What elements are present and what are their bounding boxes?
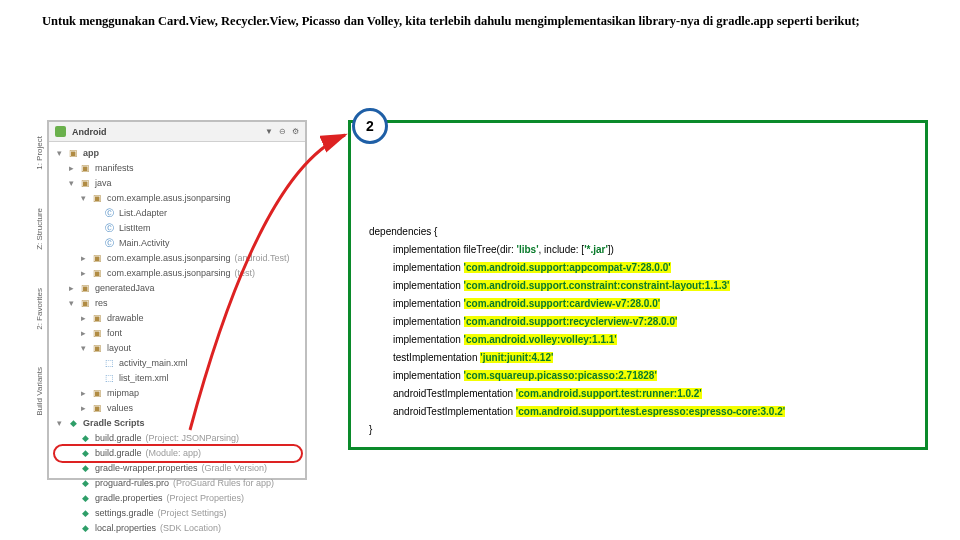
tree-generated-java[interactable]: ▸▣generatedJava [55, 281, 301, 296]
gradle-file-icon: ◆ [79, 433, 91, 445]
package-icon: ▣ [91, 253, 103, 265]
gradle-icon: ◆ [67, 418, 79, 430]
project-tree: ▾▣app ▸▣manifests ▾▣java ▾▣com.example.a… [49, 142, 305, 540]
folder-icon: ▣ [91, 313, 103, 325]
gradle-file-icon: ◆ [79, 463, 91, 475]
panel-header-title: Android [72, 127, 259, 137]
code-line: testImplementation 'junit:junit:4.12' [369, 349, 911, 367]
tree-list-item[interactable]: ⬚list_item.xml [55, 371, 301, 386]
tree-drawable[interactable]: ▸▣drawable [55, 311, 301, 326]
code-line: implementation fileTree(dir: 'libs', inc… [369, 241, 911, 259]
tree-class-listadapter[interactable]: ⒸList.Adapter [55, 206, 301, 221]
folder-icon: ▣ [91, 388, 103, 400]
tree-pkg-main[interactable]: ▾▣com.example.asus.jsonparsing [55, 191, 301, 206]
gradle-file-icon: ◆ [79, 508, 91, 520]
android-icon [55, 126, 66, 137]
tree-build-gradle-module[interactable]: ◆build.gradle (Module: app) [55, 446, 301, 461]
folder-icon: ▣ [67, 148, 79, 160]
class-icon: Ⓒ [103, 208, 115, 220]
tree-java[interactable]: ▾▣java [55, 176, 301, 191]
code-line: androidTestImplementation 'com.android.s… [369, 385, 911, 403]
folder-icon: ▣ [91, 343, 103, 355]
package-icon: ▣ [91, 268, 103, 280]
code-line: androidTestImplementation 'com.android.s… [369, 403, 911, 421]
class-icon: Ⓒ [103, 238, 115, 250]
code-line: implementation 'com.android.volley:volle… [369, 331, 911, 349]
page-heading: Untuk menggunakan Card.View, Recycler.Vi… [42, 14, 930, 29]
project-panel: 1: Project Z: Structure 2: Favorites Bui… [47, 120, 307, 480]
chevron-down-icon[interactable]: ▼ [265, 127, 273, 136]
xml-icon: ⬚ [103, 358, 115, 370]
side-tab-project[interactable]: 1: Project [35, 132, 44, 174]
tree-pkg-androidtest[interactable]: ▸▣com.example.asus.jsonparsing (android.… [55, 251, 301, 266]
gradle-file-icon: ◆ [79, 478, 91, 490]
tree-local-props[interactable]: ◆local.properties (SDK Location) [55, 521, 301, 536]
class-icon: Ⓒ [103, 223, 115, 235]
code-line: implementation 'com.android.support:recy… [369, 313, 911, 331]
tree-values[interactable]: ▸▣values [55, 401, 301, 416]
folder-icon: ▣ [79, 283, 91, 295]
tree-gradle-props[interactable]: ◆gradle.properties (Project Properties) [55, 491, 301, 506]
tree-app[interactable]: ▾▣app [55, 146, 301, 161]
folder-icon: ▣ [79, 163, 91, 175]
xml-icon: ⬚ [103, 373, 115, 385]
tree-gradle-wrapper[interactable]: ◆gradle-wrapper.properties (Gradle Versi… [55, 461, 301, 476]
code-line: implementation 'com.android.support.cons… [369, 277, 911, 295]
tree-activity-main[interactable]: ⬚activity_main.xml [55, 356, 301, 371]
tree-manifests[interactable]: ▸▣manifests [55, 161, 301, 176]
side-tab-structure[interactable]: Z: Structure [35, 204, 44, 254]
code-line: implementation 'com.android.support:appc… [369, 259, 911, 277]
tree-pkg-test[interactable]: ▸▣com.example.asus.jsonparsing (test) [55, 266, 301, 281]
gradle-file-icon: ◆ [79, 523, 91, 535]
step-badge: 2 [352, 108, 388, 144]
gradle-file-icon: ◆ [79, 448, 91, 460]
package-icon: ▣ [91, 193, 103, 205]
tree-proguard[interactable]: ◆proguard-rules.pro (ProGuard Rules for … [55, 476, 301, 491]
tree-font[interactable]: ▸▣font [55, 326, 301, 341]
tree-gradle-scripts[interactable]: ▾◆Gradle Scripts [55, 416, 301, 431]
tree-class-listitem[interactable]: ⒸListItem [55, 221, 301, 236]
code-line: dependencies { [369, 223, 911, 241]
gradle-file-icon: ◆ [79, 493, 91, 505]
folder-icon: ▣ [79, 298, 91, 310]
collapse-icon[interactable]: ⊖ [279, 127, 286, 136]
folder-icon: ▣ [91, 328, 103, 340]
gear-icon[interactable]: ⚙ [292, 127, 299, 136]
panel-header[interactable]: Android ▼ ⊖ ⚙ [49, 122, 305, 142]
tree-mipmap[interactable]: ▸▣mipmap [55, 386, 301, 401]
side-tab-favorites[interactable]: 2: Favorites [35, 284, 44, 334]
tree-build-gradle-project[interactable]: ◆build.gradle (Project: JSONParsing) [55, 431, 301, 446]
code-line: implementation 'com.squareup.picasso:pic… [369, 367, 911, 385]
folder-icon: ▣ [91, 403, 103, 415]
side-tab-build-variants[interactable]: Build Variants [35, 363, 44, 420]
tree-class-mainactivity[interactable]: ⒸMain.Activity [55, 236, 301, 251]
tree-layout[interactable]: ▾▣layout [55, 341, 301, 356]
tree-settings-gradle[interactable]: ◆settings.gradle (Project Settings) [55, 506, 301, 521]
code-line: } [369, 421, 911, 439]
side-tab-strip: 1: Project Z: Structure 2: Favorites Bui… [32, 122, 47, 478]
folder-icon: ▣ [79, 178, 91, 190]
code-line: implementation 'com.android.support:card… [369, 295, 911, 313]
code-block: dependencies { implementation fileTree(d… [348, 120, 928, 450]
tree-res[interactable]: ▾▣res [55, 296, 301, 311]
